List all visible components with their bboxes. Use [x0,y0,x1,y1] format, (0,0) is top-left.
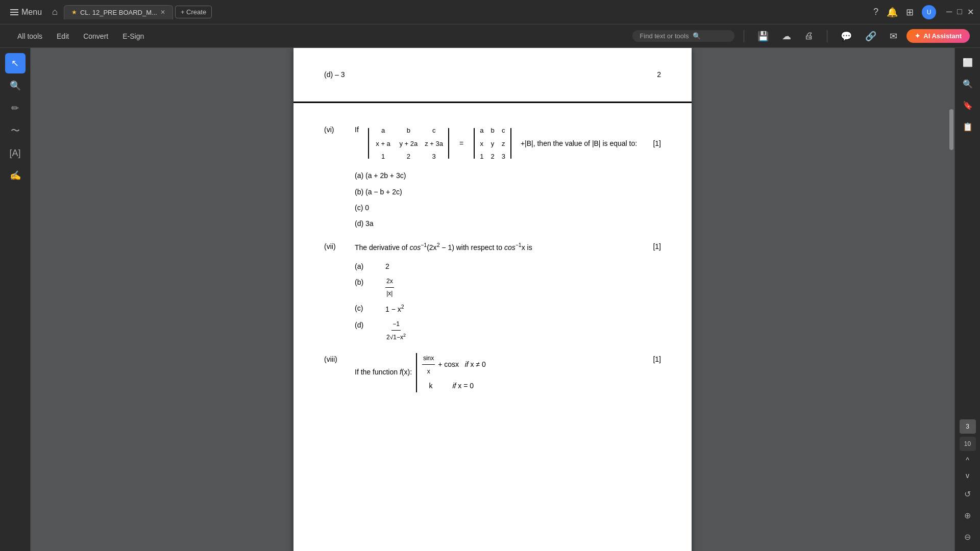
matrix-2-cells: a b c x y z 1 2 3 [477,123,508,163]
tab-title: CL. 12_PRE BOARD_M... [80,9,157,16]
q7a-label: (a) [355,260,373,273]
q6b-text: (b) (a − b + 2c) [355,186,402,198]
menu-label: Menu [21,8,42,17]
zoom-in-icon[interactable]: ⊕ [959,506,977,524]
page-top-section: (d) – 3 2 [293,48,692,102]
zoom-out-icon[interactable]: ⊖ [959,528,977,546]
tab-document[interactable]: ★ CL. 12_PRE BOARD_M... ✕ [64,5,173,19]
link-icon[interactable]: 🔗 [861,29,880,44]
ai-label: AI Assistant [923,32,962,40]
search-tool-icon[interactable]: 🔍 [5,76,26,96]
page-10-badge[interactable]: 10 [960,437,976,451]
q7d-numerator: −1 [391,319,401,331]
create-button[interactable]: + Create [175,6,212,18]
separator-1 [744,30,744,42]
convert-button[interactable]: Convert [76,28,115,44]
right-sidebar: ⬜ 🔍 🔖 📋 3 10 ^ v ↺ ⊕ ⊖ [954,48,980,551]
question-7-row: (vii) The derivative of cos−1(2x2 − 1) w… [324,240,661,254]
ai-sparkle-icon: ✦ [915,32,920,40]
avatar[interactable]: U [922,5,936,19]
q7d-label: (d) [355,319,373,332]
edit-button[interactable]: Edit [50,28,76,44]
q6-option-d: (d) 3a [355,217,661,230]
minimize-button[interactable]: ─ [946,7,952,17]
text-select-icon[interactable]: [A] [5,143,26,163]
page-down-arrow[interactable]: v [964,469,971,482]
page-number-2: 2 [657,68,661,81]
separator-2 [827,30,827,42]
grid-icon[interactable]: ⊞ [906,7,914,18]
q7a-value: 2 [385,260,389,273]
top-bar: Menu ⌂ ★ CL. 12_PRE BOARD_M... ✕ + Creat… [0,0,980,24]
q7b-label: (b) [355,276,373,289]
page-up-arrow[interactable]: ^ [964,454,971,466]
q7c-label: (c) [355,302,373,315]
select-tool-icon[interactable]: ↖ [5,53,26,73]
comment-icon[interactable]: 💬 [837,29,856,44]
top-right-icons: ? 🔔 ⊞ U [873,5,936,19]
ai-assistant-button[interactable]: ✦ AI Assistant [906,29,970,43]
q6-option-a: (a) (a + 2b + 3c) [355,169,661,182]
q6-option-b: (b) (a − b + 2c) [355,186,661,198]
vbar-right-1 [448,128,449,159]
q7-text: The derivative of cos−1(2x2 − 1) with re… [355,240,648,254]
matrix-2: a b c x y z 1 2 3 [474,123,511,163]
hamburger-icon [10,9,18,15]
q6d-text: (d) 3a [355,217,374,230]
right-panel-icon-4[interactable]: 📋 [959,117,977,136]
bell-icon[interactable]: 🔔 [887,7,898,18]
q7b-numerator: 2x [385,276,394,288]
q7-option-a: (a) 2 [355,260,661,273]
matrix-1-cells: a b c x + a y + 2a z + 3a 1 2 3 [371,123,446,163]
search-area[interactable]: Find text or tools 🔍 [632,30,734,42]
q7b-denominator: |x| [385,288,394,299]
q8-text: If the function f(x): sinxx + cosx if x … [355,353,648,392]
esign-button[interactable]: E-Sign [115,28,151,44]
q7c-value: 1 − x2 [385,302,404,316]
q7-option-d: (d) −1 2√1−x2 [355,319,661,343]
right-panel-icon-1[interactable]: ⬜ [959,53,977,71]
email-icon[interactable]: ✉ [886,29,901,44]
question-6-block: (vi) If a b c x + a y + 2a z + 3a [324,123,661,230]
menu-button[interactable]: Menu [6,6,46,19]
tab-area: ★ CL. 12_PRE BOARD_M... ✕ + Create [64,5,464,19]
matrix-1: a b c x + a y + 2a z + 3a 1 2 3 [368,123,449,163]
print-icon[interactable]: 🖨 [800,29,818,43]
stamp-icon[interactable]: ✍ [5,165,26,186]
search-icon: 🔍 [693,32,701,40]
q6-rest-text: +|B|, then the value of |B| is equal to: [521,137,637,150]
home-button[interactable]: ⌂ [50,5,60,19]
all-tools-button[interactable]: All tools [10,28,50,44]
q6c-text: (c) 0 [355,202,369,214]
q7d-denominator: 2√1−x2 [385,331,407,343]
edit-tool-icon[interactable]: ✏ [5,98,26,118]
question-8-row: (viii) If the function f(x): sinxx + cos… [324,353,661,392]
search-text: Find text or tools [640,32,689,40]
q8-case1: sinxx + cosx if x ≠ 0 [421,353,486,377]
help-icon[interactable]: ? [873,7,878,17]
scrollbar-thumb[interactable] [949,109,953,150]
document-page: (d) – 3 2 (vi) If a [293,48,692,551]
vbar-left-2 [474,128,475,159]
q6-option-c: (c) 0 [355,202,661,214]
equals-sign: = [459,137,463,150]
q8-number: (viii) [324,353,350,366]
vbar-left-1 [368,128,369,159]
draw-tool-icon[interactable]: 〜 [5,120,26,141]
upload-icon[interactable]: ☁ [778,29,795,44]
right-panel-icon-2[interactable]: 🔍 [959,74,977,93]
refresh-icon[interactable]: ↺ [959,485,977,503]
window-controls: ─ □ ✕ [946,7,974,17]
q6-mark: [1] [653,137,661,150]
q6-if-text: If [355,123,361,136]
right-panel-icon-3[interactable]: 🔖 [959,96,977,114]
save-icon[interactable]: 💾 [753,29,773,44]
document-area[interactable]: (d) – 3 2 (vi) If a [31,48,954,551]
q7-mark: [1] [653,240,661,253]
main-area: ↖ 🔍 ✏ 〜 [A] ✍ (d) – 3 2 (vi) [0,48,980,551]
maximize-button[interactable]: □ [957,7,962,17]
close-button[interactable]: ✕ [967,7,974,17]
tab-close-icon[interactable]: ✕ [160,9,165,16]
q7-option-b: (b) 2x |x| [355,276,661,299]
page-3-badge[interactable]: 3 [960,419,976,434]
